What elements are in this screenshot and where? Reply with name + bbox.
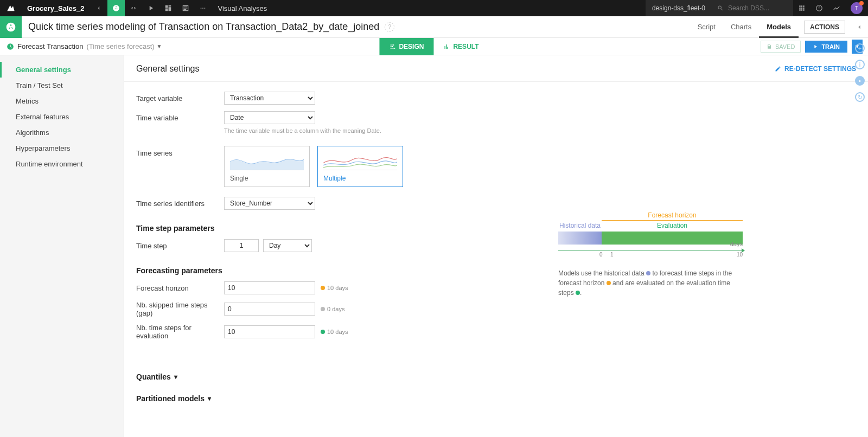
nav-train-test[interactable]: Train / Test Set <box>0 78 124 93</box>
label-identifiers: Time series identifiers <box>136 200 224 208</box>
nav-hyperparameters[interactable]: Hyperparameters <box>0 140 124 156</box>
viz-historical-bar <box>558 232 602 245</box>
project-name[interactable]: Grocery_Sales_2 <box>22 4 90 12</box>
label-horizon: Forecast horizon <box>136 284 224 292</box>
tab-script[interactable]: Script <box>690 16 723 38</box>
apps-icon[interactable] <box>793 0 810 16</box>
sliders-icon <box>389 43 395 50</box>
dot-green-icon <box>321 330 325 334</box>
lab-icon[interactable] <box>107 0 125 16</box>
viz-description: Models use the historical data to foreca… <box>558 268 743 298</box>
instance-label[interactable]: design-dss_fleet-0 <box>646 0 712 16</box>
label-gap: Nb. skipped time steps (gap) <box>136 301 224 317</box>
nav-general-settings[interactable]: General settings <box>0 62 124 78</box>
title-bar: Quick time series modeling of Transactio… <box>0 16 868 38</box>
task-dropdown-icon[interactable]: ▼ <box>157 43 162 49</box>
wiki-icon[interactable] <box>177 0 194 16</box>
viz-forecast-horizon: Forecast horizon <box>602 211 743 221</box>
dashboard-icon[interactable] <box>159 0 177 16</box>
nav-runtime-env[interactable]: Runtime environment <box>0 156 124 172</box>
series-multiple-card[interactable]: Multiple <box>317 146 403 187</box>
dot-orange-icon <box>321 286 325 290</box>
nav-external-features[interactable]: External features <box>0 109 124 125</box>
sub-header: Forecast Transaction (Time series foreca… <box>0 38 868 55</box>
tab-charts[interactable]: Charts <box>723 16 759 38</box>
user-avatar[interactable]: T <box>851 2 863 14</box>
play-icon[interactable] <box>142 0 159 16</box>
train-button[interactable]: TRAIN <box>805 41 847 53</box>
task-icon <box>7 43 14 50</box>
saved-indicator: SAVED <box>761 41 801 53</box>
analysis-icon[interactable] <box>0 16 22 38</box>
help-icon[interactable]: ? <box>810 0 828 16</box>
series-multiple-label: Multiple <box>323 175 397 182</box>
side-nav: General settings Train / Test Set Metric… <box>0 55 124 437</box>
forecast-diagram: Forecast horizon Historical data Evaluat… <box>558 211 743 298</box>
activity-icon[interactable] <box>828 0 845 16</box>
input-horizon[interactable] <box>224 281 315 294</box>
app-logo[interactable] <box>0 4 22 12</box>
partitioned-toggle[interactable]: Partitioned models▾ <box>136 394 856 403</box>
series-single-card[interactable]: Single <box>224 146 310 187</box>
rail-chat-icon[interactable]: • <box>855 76 865 86</box>
task-name[interactable]: Forecast Transaction <box>17 42 83 50</box>
title-info-icon[interactable]: ? <box>385 22 394 32</box>
more-icon[interactable] <box>194 0 212 16</box>
time-help: The time variable must be a column with … <box>224 127 381 134</box>
search-input[interactable] <box>728 4 782 12</box>
play-icon <box>813 44 818 49</box>
task-type: (Time series forecast) <box>86 42 154 50</box>
select-timestep-unit[interactable]: Day <box>263 239 312 252</box>
svg-point-2 <box>204 8 205 9</box>
nav-metrics[interactable]: Metrics <box>0 93 124 109</box>
actions-button[interactable]: ACTIONS <box>804 21 845 34</box>
rail-history-icon[interactable]: ↻ <box>855 92 865 102</box>
section-timestep: Time step parameters <box>136 224 856 233</box>
pencil-icon <box>775 66 781 72</box>
code-icon[interactable] <box>125 0 142 16</box>
main-panel: General settings RE-DETECT SETTINGS Targ… <box>124 55 868 437</box>
label-series: Time series <box>136 146 224 157</box>
redetect-button[interactable]: RE-DETECT SETTINGS <box>775 65 856 73</box>
select-identifiers[interactable]: Store_Number <box>224 197 315 210</box>
dot-grey-icon <box>321 307 325 311</box>
input-timestep[interactable] <box>224 239 259 252</box>
svg-point-8 <box>394 48 395 49</box>
design-tab[interactable]: DESIGN <box>379 38 433 55</box>
result-tab[interactable]: RESULT <box>433 38 488 55</box>
chart-icon <box>443 43 450 50</box>
nav-algorithms[interactable]: Algorithms <box>0 125 124 140</box>
input-eval <box>224 325 315 338</box>
gap-hint: 0 days <box>327 306 344 312</box>
eval-hint: 10 days <box>327 329 348 335</box>
label-target: Target variable <box>136 94 224 102</box>
search-box[interactable] <box>712 0 793 16</box>
viz-axis: days 0 1 10 <box>558 250 743 261</box>
viz-evaluation-label: Evaluation <box>602 222 743 229</box>
quantiles-toggle[interactable]: Quantiles▾ <box>136 372 856 381</box>
section-heading: General settings <box>136 64 200 74</box>
top-bar: Grocery_Sales_2 Visual Analyses design-d… <box>0 0 868 16</box>
select-time[interactable]: Date <box>224 111 315 124</box>
horizon-hint: 10 days <box>327 285 348 291</box>
rail-info-icon[interactable]: i <box>855 60 865 69</box>
svg-point-6 <box>393 44 394 46</box>
rail-add-icon[interactable]: + <box>855 43 865 53</box>
page-title: Quick time series modeling of Transactio… <box>22 21 379 33</box>
input-gap[interactable] <box>224 303 315 316</box>
right-rail: + i • ↻ <box>852 38 868 102</box>
svg-point-1 <box>202 8 203 9</box>
label-eval: Nb. time steps for evaluation <box>136 324 224 340</box>
chevron-down-icon: ▾ <box>208 395 211 402</box>
search-icon <box>717 5 724 11</box>
collapse-right-icon[interactable] <box>851 23 868 31</box>
svg-point-0 <box>200 8 201 9</box>
label-timestep: Time step <box>136 242 224 250</box>
select-target[interactable]: Transaction <box>224 92 315 105</box>
flow-icon[interactable] <box>90 0 107 16</box>
save-icon <box>767 44 772 49</box>
tab-models[interactable]: Models <box>759 16 799 38</box>
viz-evaluation-bar <box>602 232 743 245</box>
breadcrumb[interactable]: Visual Analyses <box>212 4 274 12</box>
svg-point-7 <box>392 46 393 47</box>
